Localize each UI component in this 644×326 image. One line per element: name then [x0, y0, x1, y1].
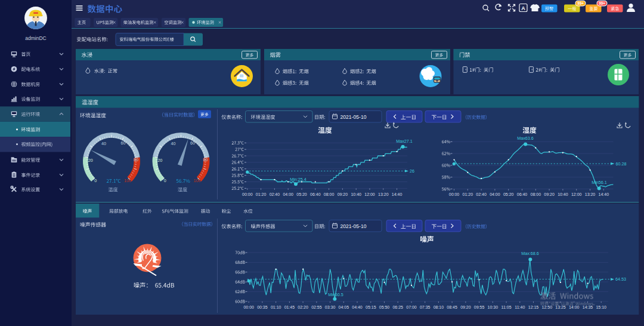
svg-text:20: 20 [157, 158, 162, 163]
svg-text:05:50: 05:50 [379, 305, 390, 309]
svg-text:13:25: 13:25 [555, 305, 566, 309]
svg-text:10:40: 10:40 [351, 192, 361, 196]
svg-text:09:20: 09:20 [460, 305, 471, 309]
svg-text:00:00: 00:00 [242, 192, 253, 196]
svg-text:02:40: 02:40 [476, 192, 487, 196]
svg-text:11:40: 11:40 [515, 305, 525, 309]
svg-text:06:40: 06:40 [517, 192, 528, 196]
svg-text:08:00: 08:00 [531, 192, 541, 196]
svg-text:26: 26 [410, 168, 414, 174]
svg-text:64.53: 64.53 [615, 276, 626, 282]
svg-text:02:40: 02:40 [270, 192, 280, 196]
svg-text:04:00: 04:00 [283, 192, 293, 196]
svg-text:04:40: 04:40 [352, 305, 363, 309]
svg-text:Min60.5: Min60.5 [328, 292, 343, 297]
svg-text:Max27.1: Max27.1 [396, 139, 413, 144]
svg-text:14:00: 14:00 [569, 305, 580, 309]
svg-text:99+: 99+ [599, 1, 605, 5]
svg-text:40: 40 [171, 141, 176, 146]
svg-text:80: 80 [203, 157, 208, 162]
svg-text:11:05: 11:05 [501, 305, 512, 309]
svg-text:00:00: 00:00 [449, 192, 460, 196]
svg-text:0: 0 [94, 178, 97, 183]
svg-text:00:35: 00:35 [257, 305, 268, 309]
svg-text:09:55: 09:55 [474, 305, 485, 309]
svg-text:09:20: 09:20 [544, 192, 555, 196]
svg-text:02:55: 02:55 [311, 305, 322, 309]
svg-text:99+: 99+ [577, 1, 584, 5]
svg-text:09:20: 09:20 [338, 192, 348, 196]
svg-text:03:30: 03:30 [325, 305, 336, 309]
svg-text:Max63.6: Max63.6 [517, 136, 534, 141]
svg-text:06:40: 06:40 [310, 192, 321, 196]
svg-text:100: 100 [124, 178, 131, 183]
svg-text:04:05: 04:05 [339, 305, 349, 309]
svg-text:80: 80 [134, 157, 138, 162]
svg-text:02:20: 02:20 [298, 305, 308, 309]
svg-text:07:35: 07:35 [420, 305, 431, 309]
svg-text:01:45: 01:45 [284, 305, 295, 309]
svg-text:2021-05-10: 2021-05-10 [340, 114, 367, 120]
svg-text:13:20: 13:20 [585, 192, 596, 196]
svg-text:06:25: 06:25 [392, 305, 403, 309]
svg-text:01:20: 01:20 [463, 192, 473, 196]
svg-text:15:10: 15:10 [596, 305, 606, 309]
svg-text:13:20: 13:20 [378, 192, 389, 196]
svg-text:08:45: 08:45 [447, 305, 457, 309]
svg-text:12:00: 12:00 [364, 192, 375, 196]
svg-text:08:10: 08:10 [434, 305, 444, 309]
svg-text:14:35: 14:35 [583, 305, 593, 309]
svg-text:05:20: 05:20 [296, 192, 307, 196]
svg-text:00:00: 00:00 [243, 305, 254, 309]
svg-text:2021-05-10: 2021-05-10 [340, 223, 367, 229]
svg-text:60: 60 [190, 140, 195, 146]
svg-text:12:50: 12:50 [542, 305, 553, 309]
svg-text:Min:25.4: Min:25.4 [290, 177, 306, 182]
svg-text:20: 20 [88, 158, 93, 163]
svg-text:12:00: 12:00 [571, 192, 582, 196]
svg-text:Max:68.6: Max:68.6 [521, 251, 539, 256]
svg-text:A: A [521, 5, 525, 11]
svg-text:10:30: 10:30 [488, 305, 499, 309]
svg-text:05:15: 05:15 [366, 305, 376, 309]
svg-text:14:40: 14:40 [599, 192, 609, 196]
svg-text:07:00: 07:00 [406, 305, 417, 309]
svg-text:100: 100 [194, 178, 201, 183]
svg-text:05:20: 05:20 [503, 192, 514, 196]
svg-text:08:00: 08:00 [324, 192, 335, 196]
svg-text:10:40: 10:40 [558, 192, 568, 196]
svg-text:60: 60 [121, 140, 126, 146]
svg-text:Min56.1: Min56.1 [592, 180, 607, 185]
svg-text:60.28: 60.28 [616, 161, 627, 167]
svg-text:12:15: 12:15 [528, 305, 539, 309]
svg-text:04:00: 04:00 [490, 192, 500, 196]
svg-text:adminDC: adminDC [25, 35, 46, 41]
svg-text:01:10: 01:10 [271, 305, 281, 309]
svg-text:14:40: 14:40 [392, 192, 402, 196]
svg-text:40: 40 [101, 141, 106, 146]
svg-text:01:20: 01:20 [256, 192, 267, 196]
svg-text:0: 0 [164, 178, 166, 183]
